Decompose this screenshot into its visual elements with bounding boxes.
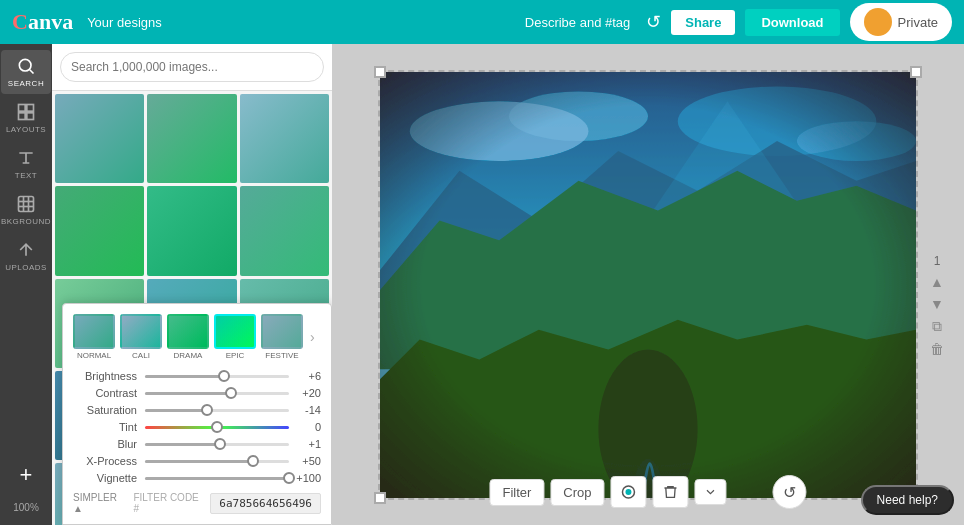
tint-row: Tint 0 [73,421,321,433]
avatar [864,8,892,36]
filter-epic[interactable]: EPIC [214,314,256,360]
brightness-value: +6 [289,370,321,382]
crop-button[interactable]: Crop [550,479,604,506]
private-button[interactable]: Private [850,3,952,41]
bottom-toolbar: Filter Crop ↺ [489,475,806,509]
filter-code-bar: SIMPLER ▲ FILTER CODE # 6a785664656496 [73,492,321,514]
main-layout: SEARCH LAYOUTS TEXT BKGROUND [0,44,964,525]
vignette-label: Vignette [73,472,145,484]
vignette-slider[interactable] [145,477,289,480]
search-bar [52,44,332,91]
filter-button[interactable]: Filter [489,479,544,506]
search-input[interactable] [60,52,324,82]
filter-chevron-icon[interactable]: › [310,329,315,345]
need-help-button[interactable]: Need help? [861,485,954,515]
filter-cali[interactable]: CALI [120,314,162,360]
brightness-slider[interactable] [145,375,289,378]
zoom-level: 100% [9,498,43,517]
canvas-number: 1 [934,254,941,268]
chevron-down-icon [704,485,718,499]
delete-icon[interactable]: 🗑 [930,341,944,357]
image-panel: NORMAL CALI DRAMA EPIC FESTIVE [52,44,332,525]
layouts-icon [16,102,36,122]
adjust-icon [620,483,638,501]
filter-thumbnails: NORMAL CALI DRAMA EPIC FESTIVE [73,314,321,360]
add-item-button[interactable]: + [1,454,51,496]
sidebar-item-search[interactable]: SEARCH [1,50,51,94]
image-thumb[interactable] [55,186,144,275]
svg-rect-3 [27,105,34,112]
share-button[interactable]: Share [671,10,735,35]
filter-code-value[interactable]: 6a785664656496 [210,493,321,514]
image-thumb[interactable] [55,94,144,183]
right-icons: 1 ▲ ▼ ⧉ 🗑 [930,254,944,357]
background-icon [16,194,36,214]
svg-rect-5 [27,113,34,120]
search-icon [16,56,36,76]
corner-handle-tr[interactable] [910,66,922,78]
canvas-area: 1 ▲ ▼ ⧉ 🗑 Filter Crop [332,44,964,525]
brightness-label: Brightness [73,370,145,382]
blur-slider[interactable] [145,443,289,446]
more-options-button[interactable] [695,479,727,505]
sidebar-item-uploads[interactable]: UPLOADS [1,234,51,278]
blur-row: Blur +1 [73,438,321,450]
saturation-row: Saturation -14 [73,404,321,416]
tint-label: Tint [73,421,145,433]
saturation-value: -14 [289,404,321,416]
undo-circle-button[interactable]: ↺ [773,475,807,509]
your-designs-link[interactable]: Your designs [87,15,162,30]
image-thumb[interactable] [240,186,329,275]
corner-handle-bl[interactable] [374,492,386,504]
topbar: Canva Your designs Describe and #tag ↺ S… [0,0,964,44]
down-arrow-icon[interactable]: ▼ [930,296,944,312]
simpler-button[interactable]: SIMPLER ▲ [73,492,127,514]
trash-button[interactable] [653,476,689,508]
svg-line-1 [30,70,34,74]
corner-handle-tl[interactable] [374,66,386,78]
svg-rect-6 [19,197,34,212]
tint-slider[interactable] [145,426,289,429]
trash-icon [663,484,679,500]
adjust-icon-button[interactable] [611,476,647,508]
text-icon [16,148,36,168]
saturation-label: Saturation [73,404,145,416]
contrast-label: Contrast [73,387,145,399]
svg-rect-4 [19,113,26,120]
filter-panel: NORMAL CALI DRAMA EPIC FESTIVE [62,303,332,525]
svg-point-24 [626,489,632,495]
up-arrow-icon[interactable]: ▲ [930,274,944,290]
sliders-container: Brightness +6 Contrast +20 [73,370,321,484]
svg-rect-2 [19,105,26,112]
uploads-icon [16,240,36,260]
describe-tag-link[interactable]: Describe and #tag [525,15,631,30]
download-button[interactable]: Download [745,9,839,36]
filter-drama[interactable]: DRAMA [167,314,209,360]
sidebar-item-layouts[interactable]: LAYOUTS [1,96,51,140]
sidebar: SEARCH LAYOUTS TEXT BKGROUND [0,44,52,525]
svg-rect-22 [380,72,916,498]
xprocess-value: +50 [289,455,321,467]
canvas-image[interactable]: 1 ▲ ▼ ⧉ 🗑 [378,70,918,500]
xprocess-row: X-Process +50 [73,455,321,467]
xprocess-slider[interactable] [145,460,289,463]
copy-icon[interactable]: ⧉ [932,318,942,335]
image-thumb[interactable] [147,94,236,183]
filter-festive[interactable]: FESTIVE [261,314,303,360]
sidebar-item-background[interactable]: BKGROUND [1,188,51,232]
undo-button[interactable]: ↺ [646,11,661,33]
blur-value: +1 [289,438,321,450]
image-thumb[interactable] [240,94,329,183]
contrast-slider[interactable] [145,392,289,395]
blur-label: Blur [73,438,145,450]
image-thumb[interactable] [147,186,236,275]
saturation-slider[interactable] [145,409,289,412]
mountain-scene [380,72,916,498]
vignette-row: Vignette +100 [73,472,321,484]
xprocess-label: X-Process [73,455,145,467]
tint-value: 0 [289,421,321,433]
canva-logo: Canva [12,9,73,35]
sidebar-item-text[interactable]: TEXT [1,142,51,186]
brightness-row: Brightness +6 [73,370,321,382]
filter-normal[interactable]: NORMAL [73,314,115,360]
